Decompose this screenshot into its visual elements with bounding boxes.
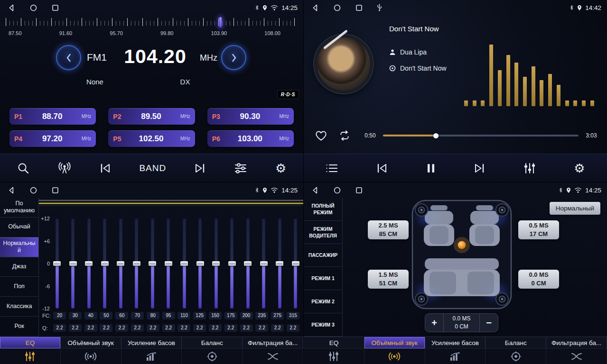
front-left-delay[interactable]: 2.5 MS 85 CM xyxy=(368,220,409,239)
frequency-ruler[interactable] xyxy=(6,17,298,28)
slider-handle[interactable] xyxy=(149,261,156,266)
eq-preset-7[interactable]: Рок xyxy=(0,317,38,337)
slider-handle[interactable] xyxy=(292,261,299,266)
eq-band-slider-40hz[interactable] xyxy=(85,218,93,309)
repeat-button[interactable] xyxy=(338,130,351,141)
eq-band-slider-95hz[interactable] xyxy=(165,218,172,309)
tune-down-button[interactable] xyxy=(56,45,81,70)
previous-station-button[interactable] xyxy=(100,163,111,173)
band-button[interactable]: BAND xyxy=(139,163,166,173)
tab-2[interactable]: Объёмный звук xyxy=(364,337,425,348)
slider-handle[interactable] xyxy=(276,261,283,266)
tab-3[interactable]: Усиление басов xyxy=(425,337,486,348)
tab-5[interactable]: Фильтрация ба... xyxy=(546,337,607,348)
slider-handle[interactable] xyxy=(165,261,172,266)
decrease-button[interactable]: − xyxy=(480,314,498,332)
slider-handle[interactable] xyxy=(180,261,188,266)
tab-3[interactable]: Усиление басов xyxy=(121,337,182,348)
broadcast-button[interactable] xyxy=(57,162,72,174)
eq-band-slider-20hz[interactable] xyxy=(53,218,61,309)
slider-handle[interactable] xyxy=(196,261,204,266)
tab-2[interactable]: Объёмный звук xyxy=(61,337,121,348)
eq-preset-3[interactable]: Нормальный xyxy=(0,237,38,257)
pause-button[interactable] xyxy=(426,163,436,173)
eq-band-slider-80hz[interactable] xyxy=(149,218,156,309)
eq-band-slider-125hz[interactable] xyxy=(196,218,204,309)
eq-band-slider-175hz[interactable] xyxy=(228,218,236,309)
field-mode-3[interactable]: ПАССАЖИР xyxy=(304,244,342,267)
filter-icon[interactable] xyxy=(546,349,607,364)
previous-track-button[interactable] xyxy=(376,163,388,173)
progress-bar[interactable] xyxy=(383,135,579,136)
slider-handle[interactable] xyxy=(212,261,220,266)
surround-icon[interactable] xyxy=(364,349,425,364)
preset-p2-button[interactable]: P289.50MHz xyxy=(108,108,195,125)
slider-handle[interactable] xyxy=(69,261,77,266)
equalizer-icon[interactable] xyxy=(0,349,61,364)
recents-button[interactable] xyxy=(51,186,59,194)
slider-handle[interactable] xyxy=(53,261,61,266)
eq-preset-2[interactable]: Обычай xyxy=(0,218,38,237)
tune-up-button[interactable] xyxy=(221,45,246,70)
equalizer-button[interactable] xyxy=(523,163,536,174)
equalizer-button[interactable] xyxy=(234,163,247,174)
tab-4[interactable]: Баланс xyxy=(182,337,243,348)
eq-band-slider-30hz[interactable] xyxy=(69,218,77,309)
playlist-button[interactable] xyxy=(326,164,338,173)
scan-button[interactable] xyxy=(17,162,29,174)
filter-icon[interactable] xyxy=(243,349,303,364)
eq-band-slider-315hz[interactable] xyxy=(292,218,299,309)
eq-band-slider-150hz[interactable] xyxy=(212,218,220,309)
balance-icon[interactable] xyxy=(182,349,243,364)
eq-band-slider-70hz[interactable] xyxy=(133,218,140,309)
field-mode-2[interactable]: РЕЖИМ ВОДИТЕЛЯ xyxy=(304,221,342,244)
home-button[interactable] xyxy=(29,4,37,12)
slider-handle[interactable] xyxy=(85,261,93,266)
recents-button[interactable] xyxy=(355,186,363,194)
tab-1[interactable]: EQ xyxy=(304,337,364,348)
eq-preset-1[interactable]: По умолчанию xyxy=(0,198,38,218)
field-mode-1[interactable]: ПОЛНЫЙ РЕЖИМ xyxy=(304,198,342,221)
eq-preset-4[interactable]: Джаз xyxy=(0,257,38,277)
preset-p5-button[interactable]: P5102.50MHz xyxy=(108,130,195,147)
eq-preset-5[interactable]: Поп xyxy=(0,277,38,297)
tab-4[interactable]: Баланс xyxy=(486,337,546,348)
surround-icon[interactable] xyxy=(61,349,121,364)
slider-handle[interactable] xyxy=(260,261,268,266)
slider-handle[interactable] xyxy=(244,261,252,266)
rear-left-delay[interactable]: 1.5 MS 51 CM xyxy=(368,270,409,289)
back-button[interactable] xyxy=(8,4,16,12)
increase-button[interactable]: + xyxy=(425,314,443,332)
tab-5[interactable]: Фильтрация ба... xyxy=(243,337,303,348)
slider-handle[interactable] xyxy=(133,261,140,266)
slider-handle[interactable] xyxy=(101,261,109,266)
home-button[interactable] xyxy=(333,186,341,194)
recents-button[interactable] xyxy=(51,4,59,12)
back-button[interactable] xyxy=(311,186,319,194)
slider-handle[interactable] xyxy=(228,261,236,266)
settings-button[interactable]: ⚙︎ xyxy=(574,162,585,174)
eq-band-slider-275hz[interactable] xyxy=(276,218,283,309)
eq-preset-6[interactable]: Классика xyxy=(0,297,38,317)
field-mode-5[interactable]: РЕЖИМ 2 xyxy=(304,290,342,313)
home-button[interactable] xyxy=(29,186,37,194)
tab-1[interactable]: EQ xyxy=(0,337,61,348)
eq-band-slider-60hz[interactable] xyxy=(117,218,124,309)
progress-handle[interactable] xyxy=(433,133,439,138)
bass-boost-icon[interactable] xyxy=(121,349,182,364)
back-button[interactable] xyxy=(311,4,319,12)
balance-icon[interactable] xyxy=(486,349,546,364)
recents-button[interactable] xyxy=(355,4,363,12)
preset-p4-button[interactable]: P497.20MHz xyxy=(9,130,96,147)
preset-p1-button[interactable]: P188.70MHz xyxy=(9,108,96,125)
equalizer-icon[interactable] xyxy=(304,349,364,364)
eq-band-slider-110hz[interactable] xyxy=(180,218,188,309)
bass-boost-icon[interactable] xyxy=(425,349,486,364)
rear-right-delay[interactable]: 0.0 MS 0 CM xyxy=(518,270,559,289)
eq-band-slider-200hz[interactable] xyxy=(244,218,252,309)
next-track-button[interactable] xyxy=(474,163,485,173)
eq-band-slider-50hz[interactable] xyxy=(101,218,109,309)
eq-band-slider-235hz[interactable] xyxy=(260,218,268,309)
front-right-delay[interactable]: 0.5 MS 17 CM xyxy=(518,220,559,239)
favorite-button[interactable] xyxy=(315,130,327,141)
